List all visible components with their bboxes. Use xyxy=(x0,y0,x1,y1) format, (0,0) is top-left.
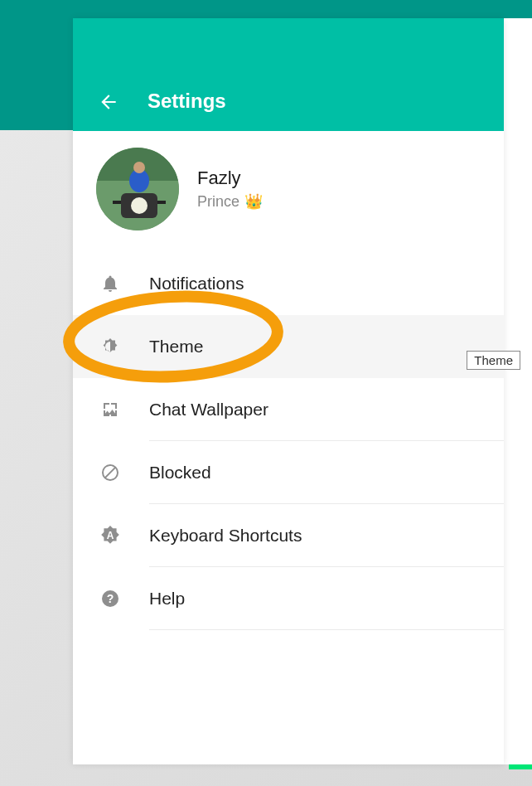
menu-label: Notifications xyxy=(149,274,504,294)
menu-item-help[interactable]: ? Help xyxy=(73,567,504,630)
menu-label: Keyboard Shortcuts xyxy=(149,526,504,546)
avatar xyxy=(96,148,179,230)
block-icon xyxy=(99,462,121,483)
menu-item-blocked[interactable]: Blocked xyxy=(73,441,504,504)
accent-strip xyxy=(509,764,532,769)
svg-point-4 xyxy=(133,162,145,173)
profile-name: Fazly xyxy=(197,167,263,189)
help-icon: ? xyxy=(99,588,121,609)
keyboard-badge-icon: A xyxy=(99,525,121,546)
menu-item-theme[interactable]: Theme xyxy=(73,315,504,378)
settings-panel: Settings Fazly xyxy=(73,18,504,764)
settings-header: Settings xyxy=(73,18,504,131)
profile-row[interactable]: Fazly Prince 👑 xyxy=(73,131,504,252)
menu-label: Blocked xyxy=(149,463,504,483)
svg-text:A: A xyxy=(107,530,114,541)
wallpaper-icon xyxy=(99,399,121,420)
menu-label: Help xyxy=(149,589,504,609)
profile-status: Prince 👑 xyxy=(197,192,263,211)
svg-point-6 xyxy=(131,197,148,214)
menu-item-keyboard-shortcuts[interactable]: A Keyboard Shortcuts xyxy=(73,504,504,567)
crown-icon: 👑 xyxy=(244,192,263,211)
menu-label: Theme xyxy=(149,337,504,357)
svg-rect-8 xyxy=(157,201,166,204)
page-title: Settings xyxy=(148,90,226,113)
brightness-icon xyxy=(99,336,121,357)
arrow-back-icon xyxy=(98,91,119,113)
bell-icon xyxy=(99,273,121,294)
menu-label: Chat Wallpaper xyxy=(149,400,504,420)
theme-tooltip: Theme xyxy=(467,351,520,370)
svg-rect-7 xyxy=(113,201,121,204)
back-button[interactable] xyxy=(98,91,119,113)
settings-menu: Notifications Theme Chat Wallpaper Block… xyxy=(73,252,504,630)
menu-item-notifications[interactable]: Notifications xyxy=(73,252,504,315)
svg-text:?: ? xyxy=(107,592,114,605)
menu-item-chat-wallpaper[interactable]: Chat Wallpaper xyxy=(73,378,504,441)
